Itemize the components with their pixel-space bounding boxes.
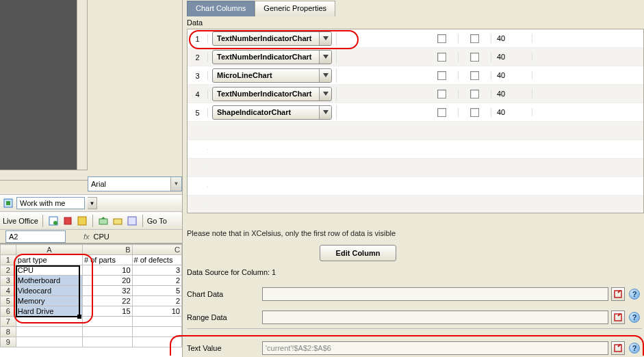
chart-type-dropdown[interactable]: ShapeIndicatorChart [212,105,332,120]
chart-type-dropdown[interactable]: MicroLineChart [212,68,332,83]
font-selector[interactable]: Arial ▼ [88,176,182,191]
insert-object-button[interactable] [47,215,60,227]
svg-rect-7 [114,219,122,224]
grid-row-empty[interactable] [188,140,643,159]
table-row[interactable]: 9 [1,337,182,347]
tab-generic-properties[interactable]: Generic Properties [255,1,335,16]
data-source-label: Data Source for Column: 1 [187,268,276,276]
table-row[interactable]: 8 [1,327,182,337]
svg-point-3 [53,221,57,225]
chart-type-dropdown[interactable]: TextNumberIndicatorChart [212,31,332,46]
value-cell[interactable]: 40 [491,34,532,42]
help-button[interactable]: ? [628,310,641,324]
text-value-label: Text Value [187,344,262,352]
edit-column-button[interactable]: Edit Column [320,245,396,261]
svg-rect-11 [615,345,621,352]
value-cell[interactable]: 40 [491,90,532,98]
checkbox[interactable] [437,108,446,117]
range-picker-button[interactable] [611,341,625,355]
svg-rect-6 [99,219,107,224]
note-text: Please note that in XCelsius, only the f… [187,229,396,237]
range-picker-button[interactable] [611,310,625,324]
checkbox[interactable] [437,34,446,43]
grid-row-empty[interactable] [188,177,643,196]
col-header-B[interactable]: B [83,245,132,255]
grid-row[interactable]: 1 TextNumberIndicatorChart 40 [188,29,643,48]
table-row[interactable]: 6 Hard Drive 15 10 [1,306,182,317]
chart-type-dropdown[interactable]: TextNumberIndicatorChart [212,87,332,101]
chevron-down-icon[interactable] [319,88,331,101]
value-cell[interactable]: 40 [491,108,532,116]
grid-row-empty[interactable] [188,196,643,213]
grid-row[interactable]: 2 TextNumberIndicatorChart 40 [188,48,643,66]
row-index: 3 [188,71,208,80]
svg-rect-5 [78,217,86,225]
grid-row-empty[interactable] [188,122,643,140]
checkbox[interactable] [437,90,446,98]
live-office-label: Live Office [3,217,38,225]
chevron-down-icon[interactable] [319,69,331,82]
chevron-down-icon[interactable]: ▼ [88,197,97,209]
formula-value[interactable]: CPU [94,233,110,241]
checkbox[interactable] [470,108,479,117]
options-button[interactable] [126,215,138,227]
help-button[interactable]: ? [628,341,641,355]
svg-rect-4 [64,217,71,224]
chart-type-dropdown[interactable]: TextNumberIndicatorChart [212,50,332,64]
table-row[interactable]: 4 Videocard 32 5 [1,286,182,296]
col-header-C[interactable]: C [132,245,181,255]
chevron-down-icon[interactable] [319,32,331,45]
refresh-button[interactable] [62,215,74,227]
grid-row[interactable]: 5 ShapeIndicatorChart 40 [188,103,643,122]
checkbox[interactable] [470,53,479,62]
data-grid: 1 TextNumberIndicatorChart 40 2 TextNumb… [187,29,644,213]
range-data-input[interactable] [262,310,608,324]
table-row[interactable]: 3 Motherboard 20 2 [1,276,182,286]
svg-rect-10 [615,314,621,321]
publish-button[interactable] [97,215,110,227]
table-row[interactable]: 1 part type # of parts # of defects [1,255,182,265]
goto-label[interactable]: Go To [147,217,167,225]
value-cell[interactable]: 40 [491,53,532,61]
checkbox[interactable] [437,71,446,80]
help-icon: ? [629,289,640,300]
col-header-A[interactable]: A [16,245,82,255]
preview-scroll-vertical[interactable] [77,0,88,170]
help-button[interactable]: ? [628,287,641,301]
help-icon: ? [629,312,640,323]
selection-handle[interactable] [77,315,81,319]
checkbox[interactable] [470,34,479,43]
table-row[interactable]: 2 CPU 10 3 [1,265,182,276]
value-cell[interactable]: 40 [491,71,532,79]
work-with-me-box[interactable]: Work with me [16,197,85,209]
separator-icon [92,215,93,227]
svg-rect-8 [128,217,136,225]
fx-icon[interactable]: fx [83,233,90,241]
range-picker-button[interactable] [611,287,625,301]
chart-data-row: Chart Data ? [187,286,641,302]
open-button[interactable] [112,215,124,227]
table-row[interactable]: 5 Memory 22 2 [1,296,182,306]
checkbox[interactable] [470,90,479,98]
select-all-corner[interactable] [1,245,16,255]
tab-chart-columns[interactable]: Chart Columns [187,1,255,16]
spreadsheet[interactable]: A B C 1 part type # of parts # of defect… [0,243,182,357]
preview-scroll-horizontal[interactable] [0,170,88,181]
checkbox[interactable] [470,71,479,80]
data-section-label: Data [187,18,203,27]
separator-icon [187,328,642,329]
save-button[interactable] [76,215,88,227]
grid-row-empty[interactable] [188,159,643,177]
table-row[interactable]: 7 [1,317,182,327]
grid-row[interactable]: 4 TextNumberIndicatorChart 40 [188,85,643,103]
chart-data-input[interactable] [262,287,608,301]
grid-row[interactable]: 3 MicroLineChart 40 [188,66,643,85]
help-icon: ? [629,343,640,354]
separator-icon [42,215,43,227]
chevron-down-icon[interactable] [319,106,331,119]
checkbox[interactable] [437,53,446,62]
chevron-down-icon[interactable] [319,51,331,64]
name-box[interactable]: A2 [5,230,66,243]
text-value-input[interactable] [262,341,608,355]
chevron-down-icon[interactable]: ▼ [170,177,181,191]
